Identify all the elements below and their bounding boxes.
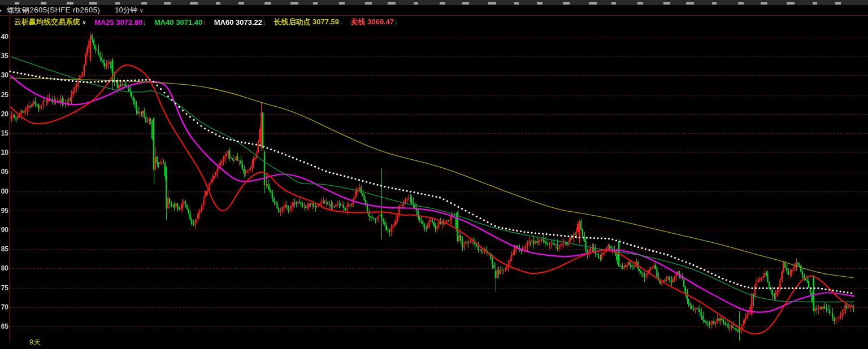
- price-axis-label: 80: [0, 264, 8, 272]
- symbol-title[interactable]: 螺纹钢2605(SHFE rb2605): [7, 5, 100, 15]
- toolbar-icon-fragment[interactable]: [440, 2, 445, 5]
- candlestick-chart[interactable]: [0, 16, 868, 349]
- indicator-item: MA60 3073.22↓: [214, 18, 266, 27]
- toolbar-icon-fragment[interactable]: [264, 2, 271, 5]
- toolbar-icon-fragment[interactable]: [339, 2, 345, 5]
- arrow-down-icon: ↓: [394, 18, 398, 26]
- price-axis-label: 10: [0, 149, 8, 156]
- toolbar-icon-fragment[interactable]: [787, 2, 795, 5]
- indicator-item: MA40 3071.40↑: [154, 18, 206, 27]
- arrow-down-icon: ↓: [142, 18, 146, 27]
- toolbar-icon-fragment[interactable]: [738, 2, 744, 5]
- toolbar-icon-fragment[interactable]: [365, 2, 372, 5]
- toolbar-icon-fragment[interactable]: [216, 2, 220, 5]
- price-axis-label: 05: [0, 168, 8, 176]
- title-bar: 螺纹钢2605(SHFE rb2605) 10分钟 ∨: [0, 5, 868, 15]
- toolbar-icon-fragment[interactable]: [686, 2, 694, 5]
- timeframe-selector[interactable]: 10分钟: [115, 5, 137, 15]
- toolbar-icon-fragment[interactable]: [89, 2, 97, 5]
- indicator-system-name[interactable]: 云析赢均线交易系统: [14, 17, 80, 27]
- toolbar-icon-fragment[interactable]: [712, 2, 717, 5]
- price-axis-label: 85: [0, 245, 8, 253]
- toolbar-icon-fragment[interactable]: [462, 2, 469, 5]
- toolbar-icon-fragment[interactable]: [537, 2, 542, 5]
- price-axis-label: 65: [0, 322, 8, 330]
- toolbar-icon-fragment[interactable]: [388, 2, 396, 5]
- toolbar-icon-fragment[interactable]: [290, 2, 298, 5]
- arrow-up-icon: ↑: [202, 18, 206, 27]
- list-arrow-icon: [0, 8, 2, 14]
- indicator-legend: 云析赢均线交易系统∨ MA25 3072.80↓MA40 3071.40↑MA6…: [14, 18, 398, 27]
- indicator-item: 卖线 3069.47↓: [351, 17, 398, 27]
- toolbar-icon-fragment[interactable]: [414, 2, 418, 5]
- toolbar-icon-fragment[interactable]: [115, 2, 120, 5]
- toolbar-icon-fragment[interactable]: [67, 2, 73, 5]
- toolbar-icon-fragment[interactable]: [835, 2, 841, 5]
- price-axis-label: 90: [0, 226, 8, 234]
- arrow-down-icon: ↓: [339, 18, 343, 26]
- indicator-item: 长线启动点 3077.59↓: [274, 17, 342, 27]
- chevron-down-icon[interactable]: ∨: [82, 19, 86, 25]
- price-axis-label: 70: [0, 303, 8, 311]
- toolbar-icon-fragment[interactable]: [563, 2, 570, 5]
- toolbar-icon-fragment[interactable]: [611, 2, 616, 5]
- toolbar-icon-fragment[interactable]: [813, 2, 817, 5]
- toolbar-icon-fragment[interactable]: [589, 2, 597, 5]
- toolbar-icon-fragment[interactable]: [637, 2, 643, 5]
- toolbar-icon-fragment[interactable]: [488, 2, 496, 5]
- price-axis-label: 15: [0, 129, 8, 137]
- toolbar-icon-fragment[interactable]: [190, 2, 198, 5]
- toolbar-icon-fragment[interactable]: [15, 2, 19, 5]
- indicator-label-value: MA60 3073.22: [214, 18, 262, 27]
- arrow-down-icon: ↓: [262, 18, 266, 27]
- toolbar-icon-fragment[interactable]: [313, 2, 318, 5]
- indicator-label-value: 卖线 3069.47: [351, 18, 394, 26]
- price-axis-label: 40: [0, 33, 8, 41]
- price-axis-label: 30: [0, 71, 8, 79]
- indicator-label-value: 长线启动点 3077.59: [274, 18, 339, 26]
- chevron-down-icon[interactable]: ∨: [140, 7, 144, 14]
- top-toolbar-cropped[interactable]: [0, 0, 868, 5]
- price-axis-label: 95: [0, 207, 8, 215]
- visible-period-label: 9天: [29, 337, 41, 347]
- toolbar-icon-fragment[interactable]: [41, 2, 46, 5]
- price-axis-label: 20: [0, 110, 8, 118]
- price-axis-label: 25: [0, 91, 8, 99]
- toolbar-icon-fragment[interactable]: [238, 2, 244, 5]
- indicator-label-value: MA40 3071.40: [154, 18, 202, 27]
- toolbar-icon-fragment[interactable]: [761, 2, 767, 5]
- price-axis-label: 00: [0, 187, 8, 195]
- price-axis-label: 75: [0, 284, 8, 292]
- toolbar-icon-fragment[interactable]: [663, 2, 670, 5]
- toolbar-icon-fragment[interactable]: [164, 2, 171, 5]
- indicator-label-value: MA25 3072.80: [94, 18, 142, 27]
- price-axis-label: 35: [0, 52, 8, 60]
- indicator-item: MA25 3072.80↓: [94, 18, 146, 27]
- toolbar-icon-fragment[interactable]: [514, 2, 519, 5]
- toolbar-icon-fragment[interactable]: [141, 2, 147, 5]
